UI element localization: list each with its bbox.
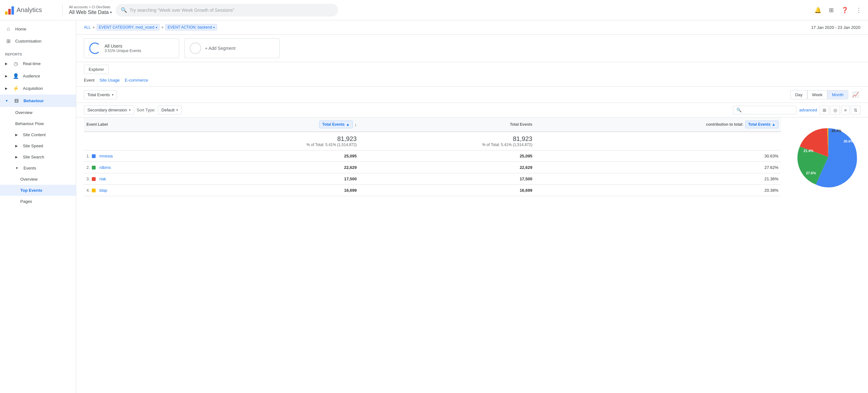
expand-icon: ▶ <box>15 155 18 159</box>
row-2-color <box>92 166 96 169</box>
search-icon: 🔍 <box>121 7 127 13</box>
breadcrumb-sep1: » <box>92 25 95 30</box>
sort-type-dropdown[interactable]: Default ▾ <box>158 105 181 114</box>
tab-site-usage[interactable]: Site Usage <box>99 76 120 84</box>
add-segment-label: + Add Segment <box>205 46 236 51</box>
app-title: Analytics <box>17 6 42 14</box>
pie-chart: 30.6% 27.6% 21.4% 20.4% <box>797 125 860 189</box>
date-range: 17 Jan 2020 - 23 Jan 2020 <box>811 25 860 30</box>
breadcrumb-left: ALL » EVENT CATEGORY: mod_vcard ▾ » EVEN… <box>84 24 217 30</box>
row-3-contribution: 21.36% <box>535 173 781 185</box>
date-buttons: Day Week Month <box>790 90 848 99</box>
notifications-button[interactable]: 🔔 <box>813 5 823 15</box>
row-3-count: 17,500 <box>184 173 359 185</box>
logo-bar-1 <box>5 11 8 14</box>
row-4-contribution: 20.38% <box>535 185 781 196</box>
explorer-button[interactable]: Explorer <box>84 65 108 74</box>
sidebar-item-pages[interactable]: Pages <box>0 196 76 207</box>
row-1-link[interactable]: mnesia <box>99 154 113 158</box>
expand-icon: ▶ <box>15 133 18 136</box>
customisation-icon: ⊞ <box>5 38 11 44</box>
controls-row: Total Events ▾ Day Week Month 📈 <box>76 87 868 103</box>
segment-sub: 3.51% Unique Events <box>104 48 141 53</box>
sidebar-item-realtime[interactable]: ▶ ◷ Real-time <box>0 58 76 70</box>
sidebar-item-site-search[interactable]: ▶ Site Search <box>0 152 76 163</box>
row-1-color <box>92 154 96 158</box>
segment-circle-empty <box>190 42 201 54</box>
expand-icon: ▶ <box>5 62 8 65</box>
filter-search-box[interactable]: 🔍 <box>733 106 797 114</box>
week-button[interactable]: Week <box>807 90 827 99</box>
sidebar-label-site-speed: Site Speed <box>23 143 71 148</box>
sidebar-item-top-events[interactable]: Top Events <box>0 185 76 196</box>
table-container: Event Label Total Events ▲ ↓ <box>76 118 788 196</box>
settings-button[interactable]: ⋮ <box>855 5 863 15</box>
sort-desc-icon[interactable]: ↓ <box>354 122 357 127</box>
sidebar-item-overview[interactable]: Overview <box>0 107 76 118</box>
sidebar-item-home[interactable]: ⌂ Home <box>0 23 76 35</box>
sort-type-label: Sort Type: <box>136 108 155 112</box>
sub-tabs: Event Site Usage E-commerce <box>76 74 868 87</box>
events-table: Event Label Total Events ▲ ↓ <box>84 118 781 196</box>
row-4-link[interactable]: ldap <box>99 188 107 193</box>
chip1-close[interactable]: ▾ <box>156 26 157 29</box>
contribution-dropdown[interactable]: Total Events ▲ <box>745 121 778 128</box>
behaviour-icon: ⊟ <box>13 98 20 104</box>
sidebar-item-site-speed[interactable]: ▶ Site Speed <box>0 140 76 152</box>
logo-bar-2 <box>8 9 11 14</box>
controls-right: Day Week Month 📈 <box>790 90 860 99</box>
pie-label-mnesia: 30.6% <box>843 139 854 143</box>
breadcrumb-chip-event-action: EVENT ACTION: backend ▾ <box>165 24 217 30</box>
segment-add[interactable]: + Add Segment <box>184 38 280 58</box>
row-2-link[interactable]: rdbms <box>99 165 111 170</box>
tab-event[interactable]: Event <box>84 76 94 84</box>
table-header-row: Event Label Total Events ▲ ↓ <box>84 118 781 132</box>
secondary-dimension-dropdown[interactable]: Secondary dimension ▾ <box>84 105 134 114</box>
sidebar-item-customisation[interactable]: ⊞ Customisation <box>0 35 76 47</box>
comparison-view-button[interactable]: ≡ <box>841 106 849 114</box>
sidebar-item-behaviour-flow[interactable]: Behaviour Flow <box>0 118 76 129</box>
account-name[interactable]: All Web Site Data ▾ <box>69 9 112 15</box>
sidebar-item-events[interactable]: ▼ Events <box>0 163 76 174</box>
sidebar-label-audience: Audience <box>23 74 71 78</box>
day-button[interactable]: Day <box>790 90 807 99</box>
explorer-row: Explorer <box>76 62 868 74</box>
realtime-icon: ◷ <box>13 61 19 67</box>
sidebar-item-events-overview[interactable]: Overview <box>0 174 76 185</box>
apps-button[interactable]: ⊞ <box>828 5 835 15</box>
pivot-view-button[interactable]: ◎ <box>831 106 840 114</box>
segment-all-users: All Users 3.51% Unique Events <box>84 38 179 58</box>
tab-ecommerce[interactable]: E-commerce <box>125 76 148 84</box>
nav-divider <box>62 4 63 17</box>
filter-left: Secondary dimension ▾ Sort Type: Default… <box>84 105 181 114</box>
sidebar-item-audience[interactable]: ▶ 👤 Audience <box>0 70 76 82</box>
chip2-close[interactable]: ▾ <box>213 26 215 29</box>
table-view-button[interactable]: ⊞ <box>820 106 829 114</box>
pie-chart-area: 30.6% 27.6% 21.4% 20.4% <box>788 118 868 196</box>
account-dropdown-icon[interactable]: ▾ <box>110 10 112 14</box>
expand-icon: ▶ <box>5 87 8 90</box>
search-bar[interactable]: 🔍 Try searching "Week over Week Growth o… <box>116 4 338 17</box>
advanced-link[interactable]: advanced <box>799 108 817 112</box>
row-2-label: 2. rdbms <box>84 162 184 173</box>
segment-circle <box>89 42 101 54</box>
sidebar-item-behaviour[interactable]: ▼ ⊟ Behaviour <box>0 95 76 107</box>
sidebar-item-site-content[interactable]: ▶ Site Content <box>0 129 76 140</box>
help-button[interactable]: ❓ <box>840 5 849 15</box>
breadcrumb-all[interactable]: ALL <box>84 25 91 30</box>
sidebar-item-acquisition[interactable]: ▶ ⚡ Acquisition <box>0 82 76 95</box>
metric-dropdown[interactable]: Total Events ▾ <box>84 90 117 99</box>
chart-toggle-button[interactable]: 📈 <box>851 90 860 99</box>
table-row: 3. riak 17,500 17,500 21.36% <box>84 173 781 185</box>
secondary-dimension-label: Secondary dimension <box>87 108 127 112</box>
percentage-view-button[interactable]: ⇅ <box>851 106 860 114</box>
row-3-link[interactable]: riak <box>99 176 106 181</box>
pie-label-riak: 21.4% <box>804 149 813 153</box>
sidebar: ⌂ Home ⊞ Customisation REPORTS ▶ ◷ Real-… <box>0 20 76 393</box>
total-events-dropdown-1[interactable]: Total Events ▲ <box>319 121 352 128</box>
filter-search-input[interactable] <box>743 108 793 112</box>
month-button[interactable]: Month <box>827 90 848 99</box>
view-icons: ⊞ ◎ ≡ ⇅ <box>820 106 860 114</box>
row-4-count: 16,699 <box>184 185 359 196</box>
col-event-label: Event Label <box>84 118 184 132</box>
